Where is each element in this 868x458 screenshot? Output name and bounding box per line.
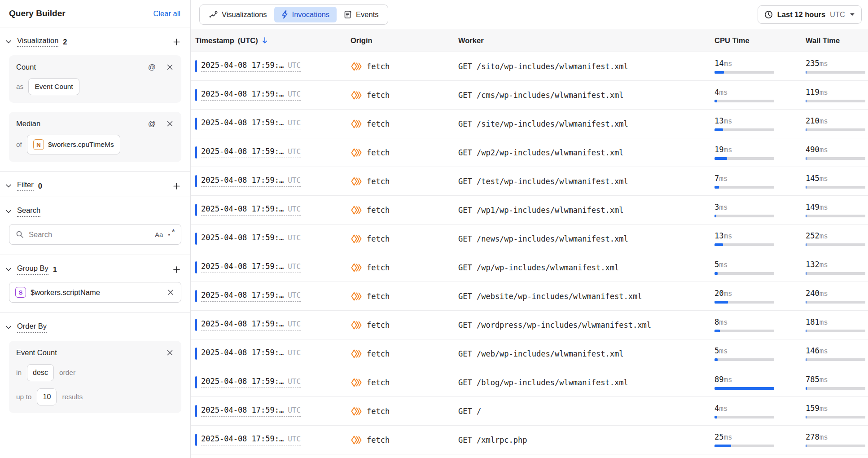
order-by-section-title[interactable]: Order By bbox=[17, 322, 47, 333]
invocation-row[interactable]: 2025-04-08 17:59:… UTC fetch GET /web/wp… bbox=[191, 339, 868, 368]
add-group-by-button[interactable] bbox=[172, 265, 181, 274]
row-status-marker bbox=[195, 319, 197, 331]
wall-time-bar-fill bbox=[806, 445, 807, 447]
invocation-row[interactable]: 2025-04-08 17:59:… UTC fetch GET /news/w… bbox=[191, 225, 868, 253]
result-limit-input[interactable]: 10 bbox=[37, 388, 57, 405]
column-header-timestamp[interactable]: Timestamp (UTC) bbox=[191, 36, 344, 45]
visualization-collapse-button[interactable] bbox=[4, 39, 13, 45]
row-origin: fetch bbox=[367, 234, 390, 243]
invocation-row[interactable]: 2025-04-08 17:59:… UTC fetch GET /blog/w… bbox=[191, 368, 868, 397]
count-alias-chip[interactable]: Event Count bbox=[28, 78, 79, 95]
wall-unit: ms bbox=[820, 59, 828, 68]
cpu-time-bar bbox=[715, 186, 774, 189]
search-input[interactable] bbox=[29, 230, 150, 239]
invocation-row[interactable]: 2025-04-08 17:59:… UTC fetch GET /wp/wp-… bbox=[191, 253, 868, 282]
cpu-unit: ms bbox=[719, 260, 728, 269]
invocation-row[interactable]: 2025-04-08 17:59:… UTC fetch GET /site/w… bbox=[191, 110, 868, 138]
timestamp-link[interactable]: 2025-04-08 17:59:… UTC bbox=[201, 262, 301, 273]
column-header-origin[interactable]: Origin bbox=[344, 36, 452, 45]
remove-count-button[interactable] bbox=[166, 63, 174, 71]
row-timezone: UTC bbox=[288, 147, 301, 156]
workers-fetch-icon bbox=[351, 234, 363, 244]
cpu-time-bar-fill bbox=[715, 301, 728, 304]
invocation-row[interactable]: 2025-04-08 17:59:… UTC fetch GET /wp2/wp… bbox=[191, 138, 868, 167]
chevron-down-icon bbox=[5, 40, 12, 44]
median-field-chip[interactable]: N $workers.cpuTimeMs bbox=[27, 135, 120, 154]
remove-order-by-button[interactable] bbox=[166, 348, 174, 357]
timestamp-link[interactable]: 2025-04-08 17:59:… UTC bbox=[201, 147, 301, 158]
workers-fetch-icon bbox=[351, 62, 363, 71]
group-by-field-chip[interactable]: S $workers.scriptName bbox=[9, 282, 181, 303]
row-timezone: UTC bbox=[288, 61, 301, 70]
group-by-section-title[interactable]: Group By bbox=[17, 264, 48, 275]
cpu-time-bar-fill bbox=[715, 387, 774, 390]
timestamp-link[interactable]: 2025-04-08 17:59:… UTC bbox=[201, 348, 301, 359]
timestamp-link[interactable]: 2025-04-08 17:59:… UTC bbox=[201, 118, 301, 129]
timestamp-link[interactable]: 2025-04-08 17:59:… UTC bbox=[201, 204, 301, 216]
invocation-row[interactable]: 2025-04-08 17:59:… UTC fetch GET /xmlrpc… bbox=[191, 426, 868, 454]
invocation-row[interactable]: 2025-04-08 17:59:… UTC fetch GET /websit… bbox=[191, 282, 868, 311]
filter-collapse-button[interactable] bbox=[4, 183, 13, 189]
tab-invocations[interactable]: Invocations bbox=[274, 7, 337, 22]
column-header-cpu-time[interactable]: CPU Time bbox=[708, 36, 798, 45]
timestamp-link[interactable]: 2025-04-08 17:59:… UTC bbox=[201, 291, 301, 302]
cpu-value: 7 bbox=[715, 174, 719, 183]
row-origin: fetch bbox=[367, 378, 390, 387]
timestamp-link[interactable]: 2025-04-08 17:59:… UTC bbox=[201, 377, 301, 388]
cpu-time-bar bbox=[715, 358, 774, 361]
row-timezone: UTC bbox=[288, 320, 301, 328]
invocation-row[interactable]: 2025-04-08 17:59:… UTC fetch GET /cms/wp… bbox=[191, 81, 868, 110]
chevron-down-icon bbox=[5, 267, 12, 272]
invocation-row[interactable]: 2025-04-08 17:59:… UTC fetch GET /wp1/wp… bbox=[191, 196, 868, 225]
invocation-row[interactable]: 2025-04-08 17:59:… UTC fetch GET /test/w… bbox=[191, 167, 868, 196]
timestamp-link[interactable]: 2025-04-08 17:59:… UTC bbox=[201, 233, 301, 244]
column-header-worker[interactable]: Worker bbox=[452, 36, 708, 45]
timestamp-link[interactable]: 2025-04-08 17:59:… UTC bbox=[201, 89, 301, 101]
caret-down-icon bbox=[850, 13, 855, 16]
add-filter-button[interactable] bbox=[172, 181, 181, 191]
search-section-title[interactable]: Search bbox=[17, 206, 40, 217]
match-case-icon[interactable]: Aa bbox=[155, 231, 163, 238]
timestamp-link[interactable]: 2025-04-08 17:59:… UTC bbox=[201, 176, 301, 187]
sort-direction-select[interactable]: desc bbox=[27, 364, 54, 381]
tab-visualizations[interactable]: Visualizations bbox=[202, 7, 274, 22]
add-visualization-button[interactable] bbox=[172, 37, 181, 47]
row-wall-time: 159ms bbox=[798, 404, 868, 418]
order-by-collapse-button[interactable] bbox=[4, 324, 13, 330]
row-cpu-time: 3ms bbox=[708, 203, 798, 217]
row-timezone: UTC bbox=[288, 377, 301, 386]
column-header-wall-time[interactable]: Wall Time bbox=[798, 36, 868, 45]
timestamp-link[interactable]: 2025-04-08 17:59:… UTC bbox=[201, 319, 301, 330]
regex-icon[interactable]: ▪* bbox=[168, 231, 175, 238]
cpu-value: 4 bbox=[715, 88, 719, 97]
clear-all-button[interactable]: Clear all bbox=[153, 9, 180, 18]
row-status-marker bbox=[195, 348, 197, 360]
time-range-selector[interactable]: Last 12 hours UTC bbox=[758, 5, 862, 24]
remove-group-by-button[interactable] bbox=[160, 282, 181, 302]
tab-events[interactable]: Events bbox=[337, 7, 386, 22]
count-card-title: Count bbox=[16, 63, 36, 71]
filter-section-title[interactable]: Filter bbox=[17, 181, 34, 191]
timestamp-link[interactable]: 2025-04-08 17:59:… UTC bbox=[201, 434, 301, 445]
cpu-unit: ms bbox=[723, 117, 732, 125]
wall-time-bar bbox=[806, 157, 865, 160]
cpu-value: 25 bbox=[715, 432, 723, 441]
invocation-row[interactable]: 2025-04-08 17:59:… UTC fetch GET / 4ms 1… bbox=[191, 397, 868, 426]
visualization-section-title[interactable]: Visualization bbox=[17, 36, 58, 47]
alias-at-icon[interactable]: @ bbox=[148, 63, 156, 71]
invocation-row[interactable]: 2025-04-08 17:59:… UTC fetch GET /wordpr… bbox=[191, 311, 868, 339]
group-by-collapse-button[interactable] bbox=[4, 266, 13, 273]
row-timestamp: 2025-04-08 17:59:… bbox=[201, 147, 284, 156]
timestamp-link[interactable]: 2025-04-08 17:59:… UTC bbox=[201, 61, 301, 72]
row-timestamp: 2025-04-08 17:59:… bbox=[201, 118, 284, 127]
wall-value: 119 bbox=[806, 88, 820, 97]
alias-at-icon[interactable]: @ bbox=[148, 120, 156, 128]
remove-median-button[interactable] bbox=[166, 119, 174, 128]
search-collapse-button[interactable] bbox=[4, 208, 13, 215]
cpu-unit: ms bbox=[719, 174, 728, 183]
chevron-down-icon bbox=[5, 325, 12, 330]
timestamp-link[interactable]: 2025-04-08 17:59:… UTC bbox=[201, 405, 301, 417]
invocation-row[interactable]: 2025-04-08 17:59:… UTC fetch GET /sito/w… bbox=[191, 52, 868, 81]
wall-value: 145 bbox=[806, 174, 820, 183]
row-status-marker bbox=[195, 60, 197, 72]
